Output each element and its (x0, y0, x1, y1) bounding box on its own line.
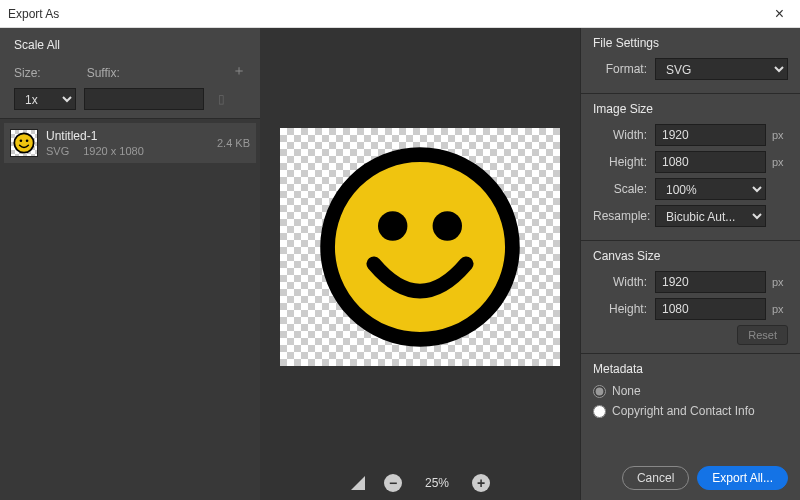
cv-height-label: Height: (593, 302, 655, 316)
img-height-label: Height: (593, 155, 655, 169)
reset-button[interactable]: Reset (737, 325, 788, 345)
metadata-heading: Metadata (593, 362, 788, 376)
suffix-input[interactable] (84, 88, 204, 110)
size-label: Size: (14, 66, 41, 80)
radio-input[interactable] (593, 385, 606, 398)
file-settings-heading: File Settings (593, 36, 788, 50)
suffix-label: Suffix: (87, 66, 120, 80)
zoom-in-button[interactable]: + (472, 474, 490, 492)
file-format: SVG (46, 145, 69, 157)
img-height-input[interactable] (655, 151, 766, 173)
img-width-label: Width: (593, 128, 655, 142)
file-dimensions: 1920 x 1080 (83, 145, 144, 157)
size-select[interactable]: 1x (14, 88, 76, 110)
img-scale-label: Scale: (593, 182, 655, 196)
image-size-heading: Image Size (593, 102, 788, 116)
left-panel: Scale All Size: Suffix: ＋ 1x ▯ Untitled-… (0, 28, 260, 500)
file-row[interactable]: Untitled-1 SVG 1920 x 1080 2.4 KB (4, 123, 256, 163)
radio-input[interactable] (593, 405, 606, 418)
titlebar: Export As × (0, 0, 800, 28)
cv-width-input[interactable] (655, 271, 766, 293)
svg-point-2 (26, 139, 29, 142)
zoom-level: 25% (420, 476, 454, 490)
img-scale-select[interactable]: 100% (655, 178, 766, 200)
format-select[interactable]: SVG (655, 58, 788, 80)
resample-label: Resample: (593, 209, 655, 223)
add-scale-icon[interactable]: ＋ (232, 62, 246, 80)
delete-scale-icon[interactable]: ▯ (218, 92, 225, 106)
contrast-icon[interactable] (350, 475, 366, 491)
svg-point-1 (20, 139, 23, 142)
metadata-copyright-radio[interactable]: Copyright and Contact Info (593, 404, 788, 418)
svg-point-0 (14, 133, 33, 152)
img-width-input[interactable] (655, 124, 766, 146)
canvas-size-section: Canvas Size Width: px Height: px Reset (581, 241, 800, 354)
cv-height-input[interactable] (655, 298, 766, 320)
svg-point-4 (378, 211, 407, 240)
px-unit: px (772, 303, 788, 315)
image-size-section: Image Size Width: px Height: px Scale: 1… (581, 94, 800, 241)
preview-panel: − 25% + (260, 28, 580, 500)
canvas-size-heading: Canvas Size (593, 249, 788, 263)
metadata-section: Metadata None Copyright and Contact Info (581, 354, 800, 432)
preview-canvas (280, 128, 560, 366)
scale-all-section: Scale All Size: Suffix: ＋ 1x ▯ (0, 28, 260, 119)
scale-all-heading: Scale All (14, 38, 246, 52)
cancel-button[interactable]: Cancel (622, 466, 689, 490)
metadata-none-radio[interactable]: None (593, 384, 788, 398)
file-thumbnail (10, 129, 38, 157)
window-title: Export As (8, 7, 59, 21)
file-name: Untitled-1 (46, 129, 209, 143)
file-size: 2.4 KB (217, 137, 250, 149)
svg-point-5 (433, 211, 462, 240)
preview-image (315, 142, 525, 352)
zoom-out-button[interactable]: − (384, 474, 402, 492)
resample-select[interactable]: Bicubic Aut... (655, 205, 766, 227)
file-settings-section: File Settings Format: SVG (581, 28, 800, 94)
zoom-toolbar: − 25% + (260, 466, 580, 500)
px-unit: px (772, 129, 788, 141)
metadata-none-label: None (612, 384, 641, 398)
px-unit: px (772, 276, 788, 288)
preview-area (260, 28, 580, 466)
svg-point-3 (328, 155, 513, 340)
right-panel: File Settings Format: SVG Image Size Wid… (580, 28, 800, 500)
file-list: Untitled-1 SVG 1920 x 1080 2.4 KB (0, 119, 260, 500)
close-icon[interactable]: × (767, 5, 792, 23)
px-unit: px (772, 156, 788, 168)
main: Scale All Size: Suffix: ＋ 1x ▯ Untitled-… (0, 28, 800, 500)
cv-width-label: Width: (593, 275, 655, 289)
footer: Cancel Export All... (581, 456, 800, 500)
format-label: Format: (593, 62, 655, 76)
metadata-copyright-label: Copyright and Contact Info (612, 404, 755, 418)
export-all-button[interactable]: Export All... (697, 466, 788, 490)
